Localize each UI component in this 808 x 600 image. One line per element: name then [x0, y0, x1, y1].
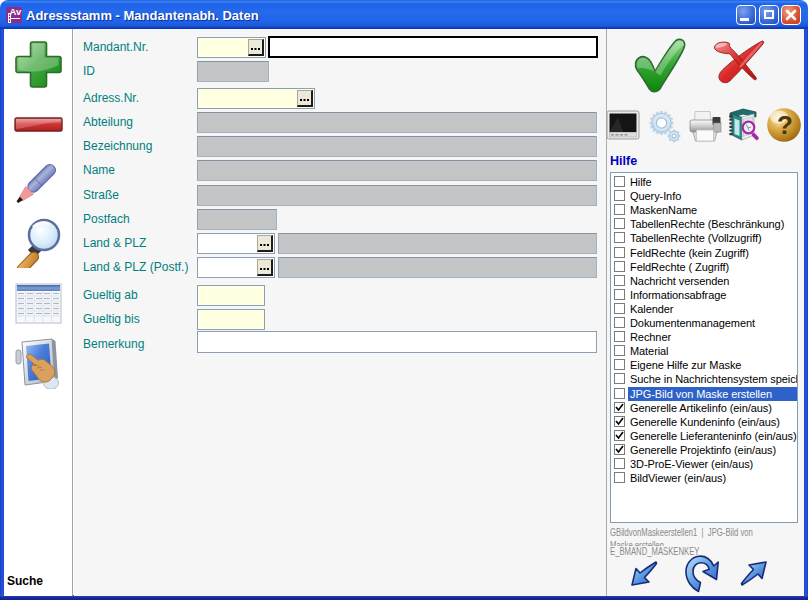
svg-text:?: ? — [777, 110, 793, 140]
